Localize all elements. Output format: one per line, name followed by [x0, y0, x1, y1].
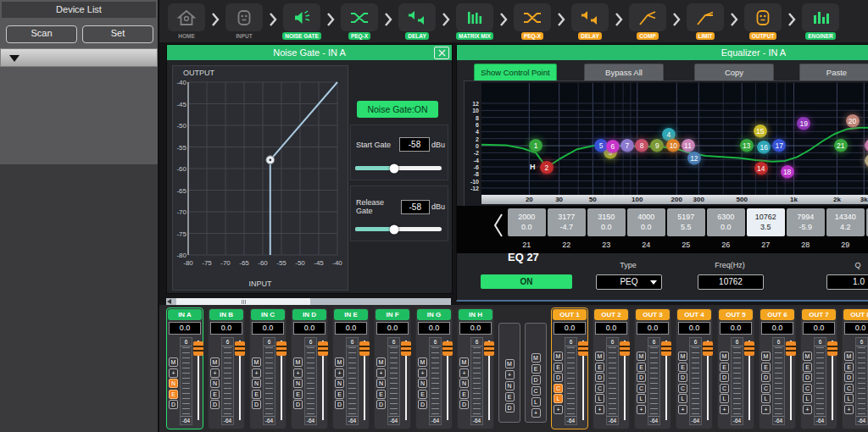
channel-button-m[interactable]: M: [803, 352, 812, 361]
eq-control-point-11[interactable]: 11: [682, 139, 695, 152]
show-control-point-button[interactable]: Show Control Point: [474, 64, 557, 82]
eq-band-cell[interactable]: 107623.5: [747, 208, 785, 236]
channel-button-d[interactable]: D: [761, 373, 771, 382]
toolbar-item-delay[interactable]: DELAY: [395, 2, 439, 40]
channel-button-c[interactable]: C: [678, 384, 687, 393]
channel-header[interactable]: OUT 2: [594, 309, 628, 320]
channel-header[interactable]: OUT 1: [553, 309, 587, 320]
channel-button-l[interactable]: L: [595, 394, 604, 403]
channel-button-n[interactable]: N: [418, 379, 427, 388]
fader-handle[interactable]: [193, 341, 203, 356]
channel-button-+[interactable]: +: [720, 405, 729, 414]
channel-button-e[interactable]: E: [376, 390, 386, 399]
fader-handle[interactable]: [827, 341, 837, 356]
eq-control-point-13[interactable]: 13: [740, 139, 754, 152]
channel-gain-value[interactable]: 0.0: [418, 322, 450, 335]
mid-button-l[interactable]: L: [531, 397, 541, 407]
eq-band-cell[interactable]: 20000.0: [508, 208, 546, 236]
channel-button-n[interactable]: N: [335, 379, 344, 388]
noise-gate-on-button[interactable]: Noise Gate:ON: [357, 101, 438, 118]
channel-button-c[interactable]: C: [595, 384, 604, 393]
channel-button-e[interactable]: E: [169, 390, 178, 399]
fader-handle[interactable]: [318, 341, 328, 356]
channel-button-c[interactable]: C: [803, 384, 812, 393]
channel-button-d[interactable]: D: [459, 400, 469, 409]
channel-button-e[interactable]: E: [637, 363, 646, 372]
equalizer-plot[interactable]: 1H23567894101112131514161718192120222324: [481, 83, 868, 195]
noise-gate-graph[interactable]: OUTPUT -80-75-70-65-60-55-50-45-40-40-45…: [172, 65, 348, 291]
channel-button-m[interactable]: M: [418, 357, 427, 367]
channel-button-+[interactable]: +: [418, 368, 427, 378]
eq-control-point-18[interactable]: 18: [781, 165, 794, 179]
channel-button-d[interactable]: D: [335, 400, 344, 409]
channel-gain-value[interactable]: 0.0: [720, 322, 752, 335]
channel-button-n[interactable]: N: [376, 379, 386, 388]
channel-button-m[interactable]: M: [293, 357, 303, 367]
channel-gain-value[interactable]: 0.0: [335, 322, 367, 335]
channel-button-l[interactable]: L: [844, 394, 854, 403]
channel-button-+[interactable]: +: [554, 405, 563, 414]
start-gate-slider-thumb[interactable]: [389, 163, 398, 173]
fader-handle[interactable]: [620, 341, 630, 356]
channel-button-c[interactable]: C: [844, 384, 854, 393]
q-input[interactable]: 1.0: [826, 274, 868, 290]
fader-handle[interactable]: [703, 341, 713, 356]
eq-band-cell[interactable]: 143404.2: [826, 208, 865, 236]
channel-button-m[interactable]: M: [844, 352, 854, 361]
channel-header[interactable]: OUT 5: [719, 309, 753, 320]
channel-button-m[interactable]: M: [459, 357, 469, 367]
toolbar-item-peq-x[interactable]: PEQ-X: [510, 2, 554, 40]
channel-button-m[interactable]: M: [169, 357, 178, 367]
channel-button-m[interactable]: M: [678, 352, 687, 361]
eq-control-point-7[interactable]: 7: [620, 139, 634, 152]
channel-button-+[interactable]: +: [803, 405, 812, 414]
release-gate-slider-thumb[interactable]: [389, 224, 398, 234]
channel-button-+[interactable]: +: [761, 405, 771, 414]
channel-button-m[interactable]: M: [554, 352, 563, 361]
channel-gain-value[interactable]: 0.0: [293, 322, 326, 335]
channel-button-c[interactable]: C: [720, 384, 729, 393]
channel-button-m[interactable]: M: [376, 357, 386, 367]
channel-header[interactable]: IN G: [417, 309, 451, 320]
channel-gain-value[interactable]: 0.0: [459, 322, 492, 335]
start-gate-value[interactable]: -58: [399, 137, 430, 152]
channel-button-+[interactable]: +: [595, 405, 604, 414]
fader-handle[interactable]: [661, 341, 671, 356]
mid-button-e[interactable]: E: [505, 392, 515, 402]
channel-header[interactable]: OUT 4: [677, 309, 711, 320]
channel-button-+[interactable]: +: [459, 368, 469, 378]
mid-button-+[interactable]: +: [531, 408, 541, 418]
channel-button-e[interactable]: E: [210, 390, 220, 399]
channel-header[interactable]: IN E: [334, 309, 368, 320]
channel-button-n[interactable]: N: [210, 379, 220, 388]
table-scroll-left-icon[interactable]: [492, 213, 504, 241]
channel-button-+[interactable]: +: [637, 405, 646, 414]
fader-handle[interactable]: [578, 341, 588, 356]
channel-button-+[interactable]: +: [169, 368, 178, 378]
channel-gain-value[interactable]: 0.0: [376, 322, 409, 335]
fader-handle[interactable]: [786, 341, 796, 356]
channel-header[interactable]: OUT 8: [843, 309, 868, 320]
channel-button-d[interactable]: D: [293, 400, 303, 409]
eq-band-cell[interactable]: 40000.0: [627, 208, 665, 236]
channel-header[interactable]: IN A: [168, 309, 202, 320]
channel-header[interactable]: IN F: [376, 309, 409, 320]
channel-button-m[interactable]: M: [637, 352, 646, 361]
fader-handle[interactable]: [442, 341, 453, 356]
channel-button-d[interactable]: D: [376, 400, 386, 409]
close-icon[interactable]: [434, 47, 449, 59]
toolbar-item-delay[interactable]: DELAY: [568, 2, 612, 40]
eq-control-point-2[interactable]: 2: [540, 161, 554, 174]
toolbar-item-matrix-mix[interactable]: MATRIX MIX: [453, 2, 497, 40]
fader-handle[interactable]: [235, 341, 245, 356]
channel-button-l[interactable]: L: [637, 394, 646, 403]
fader-handle[interactable]: [401, 341, 411, 356]
channel-button-+[interactable]: +: [678, 405, 687, 414]
release-gate-value[interactable]: -58: [401, 200, 430, 214]
eq-on-button[interactable]: ON: [481, 274, 572, 289]
toolbar-item-limit[interactable]: LIMIT: [683, 2, 727, 40]
channel-header[interactable]: OUT 7: [802, 309, 836, 320]
channel-button-d[interactable]: D: [418, 400, 427, 409]
channel-gain-value[interactable]: 0.0: [595, 322, 627, 335]
channel-button-n[interactable]: N: [459, 379, 469, 388]
